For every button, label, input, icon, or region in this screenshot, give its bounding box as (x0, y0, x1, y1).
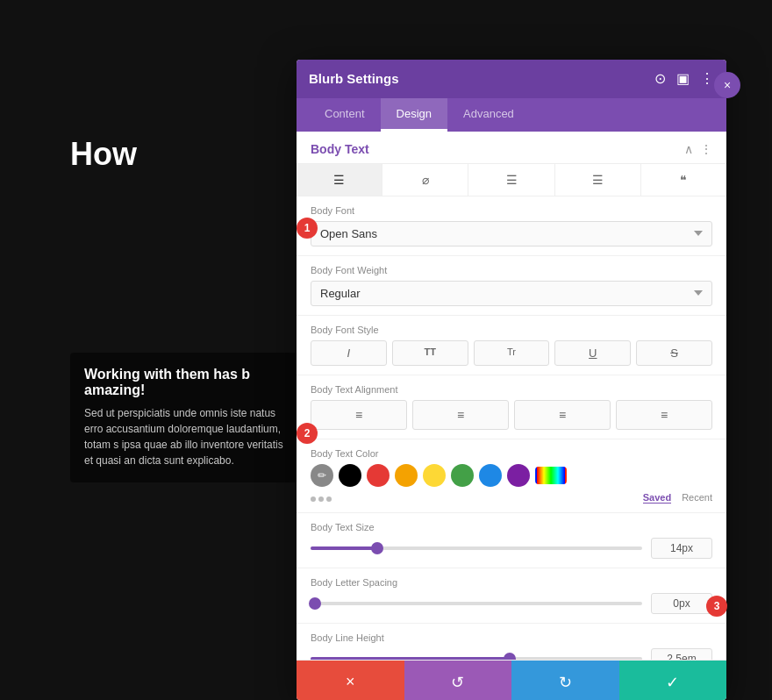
body-font-select[interactable]: Open Sans Arial Georgia (311, 221, 712, 246)
body-text-size-slider: 14px (311, 538, 712, 559)
text-size-thumb[interactable] (371, 542, 383, 554)
panel-tabs: Content Design Advanced (297, 98, 726, 132)
format-bar: ☰ ⌀ ☰ ☰ ❝ (297, 164, 726, 196)
blurb-settings-panel: × Blurb Settings ⊙ ▣ ⋮ Content Design Ad… (297, 60, 726, 700)
bg-text-block: Working with them has b amazing! Sed ut … (70, 353, 307, 482)
line-height-thumb[interactable] (504, 653, 516, 660)
letter-spacing-value[interactable]: 0px (651, 593, 712, 614)
text-size-track[interactable] (311, 546, 642, 550)
recent-tab[interactable]: Recent (682, 492, 712, 504)
line-height-track[interactable] (311, 657, 642, 660)
undo-button[interactable]: ↺ (404, 661, 512, 700)
color-red[interactable] (367, 464, 390, 487)
section-more-icon[interactable]: ⋮ (700, 142, 712, 156)
collapse-icon[interactable]: ∧ (684, 142, 693, 156)
cancel-button[interactable]: × (297, 661, 404, 700)
panel-header-icons: ⊙ ▣ ⋮ (654, 70, 714, 87)
badge-3: 3 (706, 596, 727, 617)
color-purple[interactable] (507, 464, 530, 487)
uppercase-button[interactable]: TT (392, 340, 468, 366)
saved-tab[interactable]: Saved (643, 492, 671, 504)
tab-content[interactable]: Content (309, 98, 381, 132)
line-height-fill (311, 657, 510, 660)
body-font-weight-select[interactable]: Regular Bold Light (311, 281, 712, 306)
body-text-color-label: Body Text Color (311, 448, 712, 459)
close-button[interactable]: × (714, 72, 740, 98)
columns-icon[interactable]: ▣ (676, 70, 690, 87)
body-line-height-row: Body Line Height 2.5em (297, 624, 726, 660)
body-font-style-label: Body Font Style (311, 325, 712, 335)
badge-2: 2 (297, 423, 318, 444)
body-font-weight-row: Body Font Weight Regular Bold Light (297, 256, 726, 316)
body-text-size-label: Body Text Size (311, 522, 712, 532)
body-line-height-label: Body Line Height (311, 632, 712, 643)
color-edit-swatch[interactable]: ✏ (311, 464, 333, 487)
align-right-button[interactable]: ≡ (514, 400, 611, 430)
body-font-weight-label: Body Font Weight (311, 265, 712, 275)
fullscreen-icon[interactable]: ⊙ (654, 70, 666, 87)
body-letter-spacing-label: Body Letter Spacing (311, 577, 712, 588)
color-orange[interactable] (395, 464, 418, 487)
text-size-value[interactable]: 14px (651, 538, 712, 559)
color-black[interactable] (339, 464, 361, 487)
text-align-buttons: ≡ ≡ ≡ ≡ (311, 400, 712, 430)
line-height-value[interactable]: 2.5em (651, 648, 712, 660)
align-justify-button[interactable]: ≡ (616, 400, 712, 430)
color-yellow[interactable] (423, 464, 446, 487)
body-font-row: Body Font Open Sans Arial Georgia (297, 196, 726, 256)
color-more-dots[interactable] (311, 496, 332, 502)
letter-spacing-track[interactable] (311, 602, 642, 605)
format-btn-quote[interactable]: ❝ (641, 164, 726, 196)
body-line-height-slider: 2.5em (311, 648, 712, 660)
color-swatches: ✏ (311, 464, 712, 487)
panel-body: Body Text ∧ ⋮ ☰ ⌀ ☰ ☰ ❝ Body Font Open S… (297, 132, 726, 660)
align-left-button[interactable]: ≡ (311, 400, 407, 430)
body-font-style-row: Body Font Style I TT Tr U S (297, 316, 726, 375)
panel-title: Blurb Settings (309, 71, 399, 86)
format-btn-indent[interactable]: ☰ (468, 164, 554, 196)
format-btn-slash[interactable]: ⌀ (382, 164, 468, 196)
tab-advanced[interactable]: Advanced (447, 98, 530, 132)
body-letter-spacing-row: Body Letter Spacing 0px (297, 568, 726, 624)
format-btn-outdent[interactable]: ☰ (555, 164, 641, 196)
body-font-label: Body Font (311, 205, 712, 216)
color-blue[interactable] (479, 464, 502, 487)
save-button[interactable]: ✓ (619, 661, 727, 700)
underline-button[interactable]: U (554, 340, 631, 366)
font-style-buttons: I TT Tr U S (311, 340, 712, 366)
format-btn-left[interactable]: ☰ (297, 164, 382, 196)
color-green[interactable] (451, 464, 474, 487)
body-letter-spacing-slider: 0px (311, 593, 712, 614)
text-size-fill (311, 546, 377, 550)
italic-button[interactable]: I (311, 340, 387, 366)
section-header-icons: ∧ ⋮ (684, 142, 712, 156)
color-rainbow[interactable] (535, 467, 567, 484)
body-text-alignment-label: Body Text Alignment (311, 384, 712, 395)
body-text-color-row: Body Text Color ✏ Saved (297, 439, 726, 513)
redo-button[interactable]: ↻ (511, 661, 619, 700)
letter-spacing-thumb[interactable] (309, 597, 321, 610)
more-icon[interactable]: ⋮ (700, 70, 714, 87)
tab-design[interactable]: Design (381, 98, 447, 132)
capitalize-button[interactable]: Tr (474, 340, 550, 366)
body-text-alignment-row: Body Text Alignment ≡ ≡ ≡ ≡ (297, 375, 726, 439)
strikethrough-button[interactable]: S (636, 340, 712, 366)
badge-1: 1 (297, 218, 318, 239)
align-center-button[interactable]: ≡ (412, 400, 509, 430)
section-title: Body Text (311, 142, 369, 156)
body-text-size-row: Body Text Size 14px (297, 513, 726, 568)
panel-footer: × ↺ ↻ ✓ (297, 660, 726, 700)
section-header: Body Text ∧ ⋮ (297, 132, 726, 164)
panel-header: Blurb Settings ⊙ ▣ ⋮ (297, 60, 726, 98)
